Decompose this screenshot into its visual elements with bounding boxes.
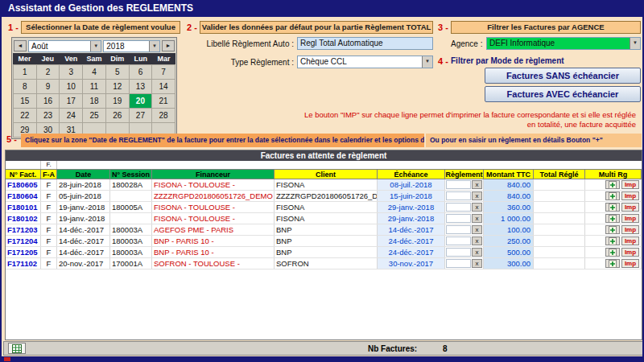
- clear-reglement-button[interactable]: x: [472, 214, 482, 223]
- fa-flag: F: [41, 258, 57, 269]
- calendar-day[interactable]: 4: [83, 65, 106, 80]
- print-imp-button[interactable]: Imp: [621, 180, 639, 189]
- print-imp-button[interactable]: Imp: [621, 225, 639, 234]
- calendar-day[interactable]: 19: [106, 94, 130, 109]
- calendar-day[interactable]: 23: [37, 109, 60, 123]
- reglement-date-field[interactable]: [446, 191, 471, 200]
- calendar-day[interactable]: 11: [83, 80, 106, 94]
- reglement-date-field[interactable]: [446, 259, 471, 268]
- calendar-month-select[interactable]: Août ▼: [28, 40, 101, 52]
- calendar-day[interactable]: 15: [14, 94, 37, 109]
- print-imp-button[interactable]: Imp: [621, 259, 639, 268]
- echeance-date-field[interactable]: 08-juil.-2018: [378, 179, 445, 190]
- invoice-number-link[interactable]: F180604: [6, 191, 41, 201]
- reglement-date-field[interactable]: [446, 203, 471, 212]
- calendar-day[interactable]: 14: [152, 80, 175, 94]
- invoice-number-link[interactable]: F171204: [6, 236, 41, 246]
- reglement-date-field[interactable]: [446, 225, 471, 234]
- calendar-day[interactable]: 1: [14, 65, 37, 80]
- calendar-year-select[interactable]: 2018 ▼: [103, 40, 160, 52]
- detail-plus-button[interactable]: [605, 259, 620, 268]
- invoice-number-link[interactable]: F180102: [6, 213, 41, 224]
- calendar-day[interactable]: 25: [83, 109, 106, 123]
- detail-plus-button[interactable]: [605, 191, 620, 200]
- total-regle: [534, 179, 585, 190]
- libelle-input[interactable]: Regl Total Automatique: [297, 37, 433, 50]
- detail-plus-button[interactable]: [605, 214, 620, 223]
- calendar-day-selected[interactable]: 20: [130, 94, 153, 109]
- excel-export-button[interactable]: [8, 343, 26, 354]
- invoice-number-link[interactable]: F180605: [6, 179, 41, 190]
- reglement-date-field[interactable]: [446, 180, 471, 189]
- calendar-day[interactable]: 13: [130, 80, 153, 94]
- calendar-day[interactable]: 26: [106, 109, 130, 123]
- calendar-next-button[interactable]: ►: [162, 40, 175, 51]
- type-reglement-select[interactable]: Chèque CCL ▼: [297, 56, 433, 68]
- detail-plus-button[interactable]: [605, 237, 620, 245]
- calendar-day[interactable]: 9: [37, 80, 60, 94]
- echeance-date-field[interactable]: 24-déc.-2017: [378, 247, 445, 257]
- column-header: Montant TTC: [484, 169, 534, 179]
- chevron-down-icon[interactable]: ▼: [149, 41, 159, 51]
- step5-instruction: Cliquez sur la zone "Date de REGLEMENT" …: [21, 134, 424, 147]
- echeance-date-field[interactable]: 30-nov.-2017: [378, 258, 445, 269]
- calendar-day[interactable]: 17: [60, 94, 83, 109]
- calendar-day[interactable]: 24: [60, 109, 83, 123]
- clear-reglement-button[interactable]: x: [472, 225, 482, 234]
- clear-reglement-button[interactable]: x: [472, 259, 482, 268]
- echeance-date-field[interactable]: 15-juin-2018: [378, 191, 445, 201]
- table-row: F171203F14-déc.-2017180003AAGEFOS PME - …: [6, 224, 642, 236]
- chevron-down-icon[interactable]: ▼: [422, 56, 432, 68]
- calendar-day[interactable]: 12: [106, 80, 130, 94]
- calendar-day[interactable]: 8: [14, 80, 37, 94]
- echeance-date-field[interactable]: 24-déc.-2017: [378, 236, 445, 246]
- detail-plus-button[interactable]: [605, 248, 620, 257]
- calendar-day[interactable]: 2: [37, 65, 60, 80]
- agence-select[interactable]: DEFI Informatique ▼: [486, 37, 641, 50]
- calendar-day[interactable]: 6: [130, 65, 153, 80]
- detail-plus-button[interactable]: [605, 203, 620, 212]
- factures-sans-echeancier-button[interactable]: Factures SANS échéancier: [485, 68, 641, 84]
- detail-plus-button[interactable]: [605, 180, 620, 189]
- reglement-date-field[interactable]: [446, 237, 471, 245]
- calendar-day[interactable]: 3: [60, 65, 83, 80]
- total-regle: [534, 213, 585, 224]
- calendar-day[interactable]: 16: [37, 94, 60, 109]
- session-number: [110, 213, 152, 224]
- clear-reglement-button[interactable]: x: [472, 248, 482, 257]
- calendar-day[interactable]: 18: [83, 94, 106, 109]
- reglement-date-field[interactable]: [446, 214, 471, 223]
- calendar-day[interactable]: 22: [14, 109, 37, 123]
- print-imp-button[interactable]: Imp: [621, 248, 639, 257]
- print-imp-button[interactable]: Imp: [621, 191, 639, 200]
- calendar-day-header: Mar: [152, 53, 175, 64]
- excel-icon: [12, 344, 22, 353]
- calendar-day[interactable]: 27: [130, 109, 153, 123]
- factures-avec-echeancier-button[interactable]: Factures AVEC échéancier: [485, 86, 641, 102]
- invoice-number-link[interactable]: F171102: [6, 258, 41, 269]
- clear-reglement-button[interactable]: x: [472, 203, 482, 212]
- reglement-date-field[interactable]: [446, 248, 471, 257]
- calendar-day[interactable]: 7: [152, 65, 175, 80]
- echeance-date-field[interactable]: 14-déc.-2017: [378, 224, 445, 235]
- echeance-date-field[interactable]: 29-janv.-2018: [378, 213, 445, 224]
- calendar-prev-button[interactable]: ◄: [14, 40, 27, 51]
- chevron-down-icon[interactable]: ▼: [630, 38, 640, 49]
- invoice-number-link[interactable]: F171203: [6, 224, 41, 235]
- chevron-down-icon[interactable]: ▼: [90, 41, 101, 51]
- invoice-number-link[interactable]: F180101: [6, 202, 41, 212]
- print-imp-button[interactable]: Imp: [621, 203, 639, 212]
- calendar-day[interactable]: 5: [106, 65, 130, 80]
- detail-plus-button[interactable]: [605, 225, 620, 234]
- clear-reglement-button[interactable]: x: [472, 180, 482, 189]
- calendar-day[interactable]: 10: [60, 80, 83, 94]
- calendar-day[interactable]: 28: [152, 109, 175, 123]
- clear-reglement-button[interactable]: x: [472, 191, 482, 200]
- multi-rg-cell: Imp: [585, 179, 642, 190]
- print-imp-button[interactable]: Imp: [621, 237, 639, 245]
- invoice-number-link[interactable]: F171205: [6, 247, 41, 257]
- calendar-day[interactable]: 21: [152, 94, 175, 109]
- print-imp-button[interactable]: Imp: [621, 214, 639, 223]
- clear-reglement-button[interactable]: x: [472, 237, 482, 245]
- echeance-date-field[interactable]: 29-janv.-2018: [378, 202, 445, 212]
